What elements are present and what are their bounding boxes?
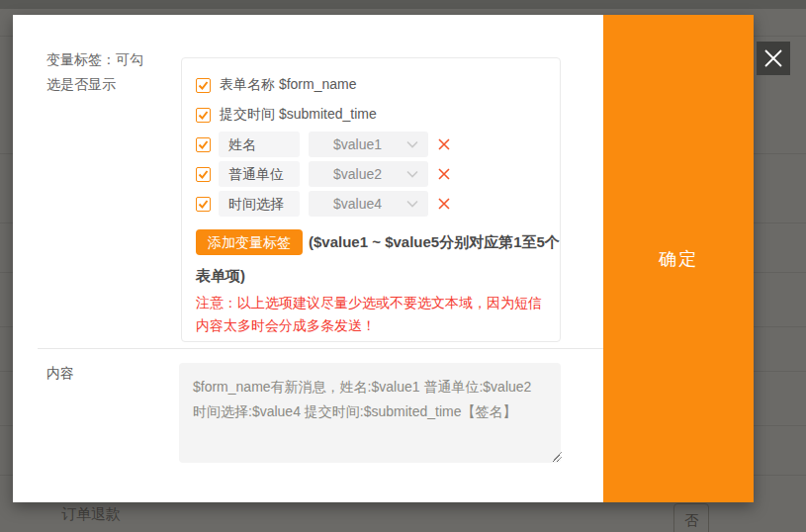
remove-variable-button[interactable] — [437, 137, 451, 151]
field-label: 姓名 — [219, 132, 300, 157]
confirm-button-label: 确定 — [659, 247, 698, 271]
submit-time-checkbox[interactable] — [196, 108, 211, 123]
fixed-option-row: 提交时间 $submited_time — [196, 106, 377, 124]
field-label: 时间选择 — [219, 191, 300, 217]
remove-variable-button[interactable] — [437, 167, 451, 181]
variable-row: 时间选择 $value4 — [196, 191, 451, 217]
variable-select-value: $value4 — [309, 196, 406, 212]
field-label: 普通单位 — [219, 161, 300, 187]
chevron-down-icon — [406, 140, 418, 148]
warning-note: 注意：以上选项建议尽量少选或不要选文本域，因为短信内容太多时会分成多条发送！ — [196, 292, 554, 337]
x-icon — [437, 137, 451, 151]
variable-row: 姓名 $value1 — [196, 132, 451, 157]
dialog-section-label: 变量标签：可勾选是否显示 — [46, 47, 151, 97]
check-icon — [198, 169, 209, 180]
variable-select-value: $value2 — [309, 166, 406, 182]
check-icon — [198, 110, 209, 121]
variable-select[interactable]: $value2 — [309, 161, 428, 187]
add-variable-block: 添加变量标签($value1 ~ $value5分别对应第1至5个表单项) — [196, 224, 560, 293]
form-name-checkbox[interactable] — [196, 78, 211, 93]
check-icon — [198, 199, 209, 210]
variable-select[interactable]: $value4 — [309, 191, 428, 217]
refund-toggle-button[interactable]: 否 — [673, 503, 709, 532]
remove-variable-button[interactable] — [437, 197, 451, 211]
check-icon — [198, 139, 209, 150]
chevron-down-icon — [406, 170, 418, 178]
variable-row: 普通单位 $value2 — [196, 161, 451, 187]
content-label: 内容 — [46, 365, 74, 383]
close-icon — [762, 47, 784, 69]
fixed-option-label: 表单名称 $form_name — [220, 76, 356, 94]
add-variable-tag-button[interactable]: 添加变量标签 — [196, 229, 303, 255]
x-icon — [437, 167, 451, 181]
variable-checkbox[interactable] — [196, 137, 211, 152]
variable-checkbox[interactable] — [196, 197, 211, 212]
chevron-down-icon — [406, 200, 418, 208]
close-button[interactable] — [757, 42, 790, 75]
check-icon — [198, 80, 209, 91]
fixed-option-row: 表单名称 $form_name — [196, 76, 356, 94]
variable-checkbox[interactable] — [196, 167, 211, 182]
sms-variable-dialog: 变量标签：可勾选是否显示 表单名称 $form_name 提交时间 $submi… — [13, 15, 754, 502]
x-icon — [437, 197, 451, 211]
background-topbar — [0, 0, 806, 9]
confirm-button[interactable]: 确定 — [603, 15, 754, 502]
divider — [38, 348, 603, 349]
fixed-option-label: 提交时间 $submited_time — [220, 106, 377, 124]
content-textarea[interactable]: $form_name有新消息，姓名:$value1 普通单位:$value2 时… — [179, 363, 561, 463]
variable-select[interactable]: $value1 — [309, 132, 428, 157]
variable-options-box: 表单名称 $form_name 提交时间 $submited_time 姓名 $… — [181, 57, 561, 342]
variable-select-value: $value1 — [309, 136, 406, 152]
background-row-label: 订单退款 — [61, 505, 121, 524]
